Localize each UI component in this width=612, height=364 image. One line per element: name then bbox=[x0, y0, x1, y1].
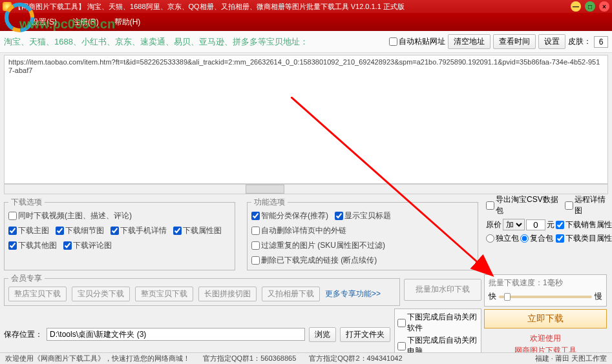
fn-remove-links[interactable]: 自动删除详情页中的外链 bbox=[251, 225, 346, 236]
pack-composite-radio[interactable]: 复合包 bbox=[520, 233, 553, 244]
opt-attr-image[interactable]: 下载属性图 bbox=[173, 225, 222, 236]
fn-filter-dup[interactable]: 过滤重复的图片 (SKU属性图不过滤) bbox=[251, 240, 385, 251]
skin-label: 皮肤： bbox=[568, 36, 591, 47]
save-path-input[interactable] bbox=[47, 328, 305, 341]
skin-input[interactable] bbox=[594, 36, 608, 48]
speed-legend: 批量下载速度：1毫秒 bbox=[489, 278, 602, 288]
member-whole-shop[interactable]: 整店宝贝下载 bbox=[8, 287, 67, 301]
price-unit: 元 bbox=[547, 219, 554, 230]
minimize-button[interactable]: — bbox=[571, 1, 581, 12]
status-qq1: 官方指定QQ群1：560368865 bbox=[203, 354, 296, 363]
site-logo bbox=[1, 1, 37, 34]
member-youpai[interactable]: 又拍相册下载 bbox=[262, 287, 320, 301]
opt-other-image[interactable]: 下载其他图 bbox=[8, 240, 57, 251]
browse-button[interactable]: 浏览 bbox=[309, 327, 336, 342]
maximize-button[interactable]: □ bbox=[585, 1, 595, 12]
window-title: 【网商图片下载工具】 淘宝、天猫、1688阿里、京东、QQ相册、又拍相册、微商相… bbox=[14, 2, 571, 12]
right-options: 导出淘宝CSV数据包 远程详情图 原价 加 元 下载销售属性 独立包 复合包 下… bbox=[486, 194, 612, 272]
opt-export-csv[interactable]: 导出淘宝CSV数据包 bbox=[486, 194, 564, 216]
address-hint: 淘宝、天猫、1688、小红书、京东、速卖通、易贝、亚马逊、拼多多等宝贝地址： bbox=[4, 36, 308, 48]
horizontal-scrollbar[interactable] bbox=[4, 184, 608, 194]
member-category[interactable]: 宝贝分类下载 bbox=[72, 287, 130, 301]
status-studio: 福建 · 莆田 天图工作室 bbox=[535, 354, 607, 363]
open-folder-button[interactable]: 打开文件夹 bbox=[340, 327, 390, 342]
batch-watermark-button[interactable]: 批量加水印下载 bbox=[404, 279, 481, 301]
speed-group: 批量下载速度：1毫秒 快 慢 bbox=[484, 274, 607, 307]
menu-help[interactable]: 帮助(H) bbox=[114, 17, 141, 28]
opt-detail-image[interactable]: 下载细节图 bbox=[56, 225, 104, 236]
status-bar: 欢迎使用《网商图片下载工具》，快速打造您的网络商城！ 官方指定QQ群1：5603… bbox=[0, 352, 612, 364]
fn-delete-done[interactable]: 删除已下载完成的链接 (断点续传) bbox=[251, 255, 377, 266]
function-options-group: 功能选项 智能分类保存(推荐) 显示宝贝标题 自动删除详情页中的外链 过滤重复的… bbox=[247, 197, 478, 270]
opt-sale-attr[interactable]: 下载销售属性 bbox=[556, 219, 612, 230]
opt-remote-detail[interactable]: 远程详情图 bbox=[565, 194, 612, 216]
member-group: 会员专享 整店宝贝下载 宝贝分类下载 整页宝贝下载 长图拼接切图 又拍相册下载 … bbox=[4, 273, 400, 306]
view-time-button[interactable]: 查看时间 bbox=[493, 34, 536, 49]
menu-register[interactable]: 注册(R) bbox=[72, 17, 99, 28]
price-value-input[interactable] bbox=[526, 219, 545, 230]
clear-url-button[interactable]: 清空地址 bbox=[448, 34, 491, 49]
save-path-label: 保存位置： bbox=[4, 329, 43, 340]
address-toolbar: 淘宝、天猫、1688、小红书、京东、速卖通、易贝、亚马逊、拼多多等宝贝地址： 自… bbox=[0, 31, 612, 53]
opt-comment-image[interactable]: 下载评论图 bbox=[63, 240, 112, 251]
price-op-select[interactable]: 加 bbox=[503, 219, 525, 230]
settings-button[interactable]: 设置 bbox=[538, 34, 565, 49]
member-whole-page[interactable]: 整页宝贝下载 bbox=[135, 287, 193, 301]
speed-slider[interactable] bbox=[499, 296, 592, 298]
status-welcome: 欢迎使用《网商图片下载工具》，快速打造您的网络商城！ bbox=[5, 354, 190, 363]
menu-bar: 设置(S) 注册(R) 帮助(H) bbox=[0, 13, 612, 31]
fn-smart-save[interactable]: 智能分类保存(推荐) bbox=[251, 210, 328, 221]
fn-show-title[interactable]: 显示宝贝标题 bbox=[335, 210, 391, 221]
opt-main-image[interactable]: 下载主图 bbox=[8, 225, 49, 236]
opt-mobile-detail[interactable]: 下载手机详情 bbox=[111, 225, 167, 236]
close-button[interactable]: × bbox=[599, 1, 609, 12]
price-label: 原价 bbox=[486, 219, 501, 230]
status-qq2: 官方指定QQ群2：494341042 bbox=[309, 354, 402, 363]
pack-standalone-radio[interactable]: 独立包 bbox=[486, 233, 519, 244]
opt-download-video[interactable]: 同时下载视频(主图、描述、评论) bbox=[8, 210, 231, 221]
url-textarea[interactable]: https://item.taobao.com/item.htm?ft=t&id… bbox=[4, 55, 608, 184]
download-now-button[interactable]: 立即下载 bbox=[484, 309, 607, 329]
download-options-group: 下载选项 同时下载视频(主图、描述、评论) 下载主图 下载细节图 下载手机详情 … bbox=[4, 197, 235, 270]
welcome-line1: 欢迎使用 bbox=[484, 332, 607, 345]
speed-slow-label: 慢 bbox=[595, 291, 602, 302]
window-titlebar: 【网商图片下载工具】 淘宝、天猫、1688阿里、京东、QQ相册、又拍相册、微商相… bbox=[0, 0, 612, 13]
member-stitch[interactable]: 长图拼接切图 bbox=[198, 287, 257, 301]
opt-close-app-after[interactable]: 下图完成后自动关闭软件 bbox=[397, 312, 478, 334]
opt-category-attr[interactable]: 下载类目属性 bbox=[556, 233, 612, 244]
speed-fast-label: 快 bbox=[489, 291, 496, 302]
member-more-link[interactable]: 更多专享功能>> bbox=[325, 288, 381, 299]
auto-paste-checkbox[interactable]: 自动粘贴网址 bbox=[389, 36, 445, 47]
